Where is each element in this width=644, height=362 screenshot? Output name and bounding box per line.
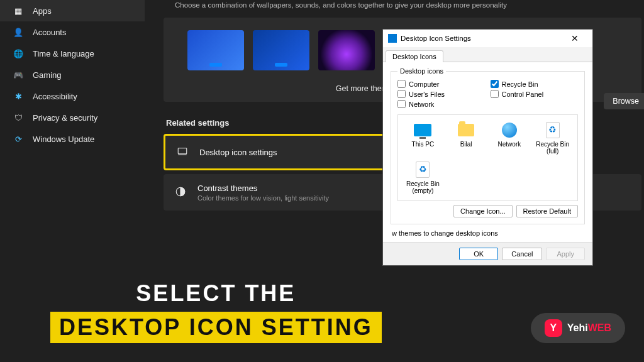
sidebar-item-gaming[interactable]: 🎮 Gaming <box>0 64 145 85</box>
sidebar-item-privacy[interactable]: 🛡 Privacy & security <box>0 107 145 128</box>
sidebar-item-label: Windows Update <box>33 134 94 144</box>
themes-subtitle: Choose a combination of wallpapers, soun… <box>164 0 644 14</box>
checkbox-network[interactable]: Network <box>397 100 486 108</box>
theme-thumbnail[interactable] <box>187 30 244 70</box>
sidebar-item-label: Accessibility <box>33 92 77 101</box>
cancel-button[interactable]: Cancel <box>502 248 542 260</box>
checkbox-computer[interactable]: Computer <box>397 80 486 88</box>
sidebar-item-label: Gaming <box>33 70 62 80</box>
folder-icon <box>458 124 474 136</box>
desktop-icons-fieldset: Desktop icons Computer Recycle Bin User'… <box>391 67 585 224</box>
change-icon-button[interactable]: Change Icon... <box>453 205 513 217</box>
setting-title: Contrast themes <box>197 184 329 193</box>
privacy-icon: 🛡 <box>13 112 24 123</box>
icon-this-pc[interactable]: This PC <box>402 119 444 157</box>
sidebar-item-windows-update[interactable]: ⟳ Windows Update <box>0 128 145 150</box>
restore-default-button[interactable]: Restore Default <box>516 205 578 217</box>
time-language-icon: 🌐 <box>13 48 24 59</box>
logo-text: YehiWEB <box>567 322 611 334</box>
sidebar-item-time-language[interactable]: 🌐 Time & language <box>0 43 145 64</box>
sidebar-item-accounts[interactable]: 👤 Accounts <box>0 21 145 43</box>
ok-button[interactable]: OK <box>459 248 498 260</box>
globe-icon <box>502 123 517 138</box>
accessibility-icon: ✱ <box>13 90 24 102</box>
caption-line1: SELECT THE <box>50 280 382 307</box>
instruction-caption: SELECT THE DESKTOP ICON SETTING <box>50 280 382 343</box>
close-icon[interactable]: ✕ <box>562 30 587 47</box>
sidebar-item-label: Accounts <box>33 28 66 37</box>
allow-themes-label: w themes to change desktop icons <box>392 229 585 237</box>
dialog-title: Desktop Icon Settings <box>401 35 471 42</box>
fieldset-legend: Desktop icons <box>397 67 446 75</box>
checkbox-control-panel[interactable]: Control Panel <box>491 90 579 98</box>
logo-mark: Y <box>545 319 562 337</box>
theme-thumbnail[interactable] <box>318 30 375 70</box>
desktop-icon-settings-dialog: Desktop Icon Settings ✕ Desktop Icons De… <box>382 29 593 266</box>
recycle-bin-icon: ♻ <box>416 162 430 178</box>
dialog-footer: OK Cancel Apply <box>383 242 592 265</box>
apps-icon: ▦ <box>13 5 24 16</box>
icon-recycle-bin-empty[interactable]: ♻Recycle Bin (empty) <box>402 158 444 197</box>
desktop-icon <box>177 146 189 158</box>
sidebar-item-label: Apps <box>33 6 52 16</box>
setting-desc: Color themes for low vision, light sensi… <box>197 194 329 202</box>
gaming-icon: 🎮 <box>13 69 24 80</box>
dialog-body: Desktop icons Computer Recycle Bin User'… <box>383 62 592 242</box>
update-icon: ⟳ <box>13 133 24 145</box>
sidebar-item-accessibility[interactable]: ✱ Accessibility <box>0 85 145 107</box>
dialog-tab-strip: Desktop Icons <box>383 47 592 62</box>
dialog-icon <box>388 34 397 43</box>
sidebar-item-apps[interactable]: ▦ Apps <box>0 0 145 21</box>
yehiweb-logo: Y YehiWEB <box>531 313 625 343</box>
apply-button[interactable]: Apply <box>546 248 585 260</box>
icon-network[interactable]: Network <box>489 119 531 157</box>
accounts-icon: 👤 <box>13 26 24 38</box>
icon-user-folder[interactable]: Bilal <box>445 119 487 157</box>
checkbox-recycle-bin[interactable]: Recycle Bin <box>491 80 579 88</box>
tab-desktop-icons[interactable]: Desktop Icons <box>386 50 443 62</box>
sidebar-item-label: Privacy & security <box>33 113 97 123</box>
contrast-icon <box>175 186 187 199</box>
icon-recycle-bin-full[interactable]: ♻Recycle Bin (full) <box>531 119 574 157</box>
recycle-bin-icon: ♻ <box>546 122 560 138</box>
svg-rect-0 <box>178 148 187 154</box>
browse-button[interactable]: Browse <box>604 93 644 109</box>
sidebar-item-label: Time & language <box>33 49 94 58</box>
caption-line2: DESKTOP ICON SETTING <box>50 312 382 343</box>
dialog-titlebar[interactable]: Desktop Icon Settings ✕ <box>383 30 592 47</box>
checkbox-users-files[interactable]: User's Files <box>397 90 486 98</box>
setting-title: Desktop icon settings <box>199 148 277 157</box>
theme-thumbnail[interactable] <box>253 30 309 70</box>
monitor-icon <box>414 124 431 136</box>
